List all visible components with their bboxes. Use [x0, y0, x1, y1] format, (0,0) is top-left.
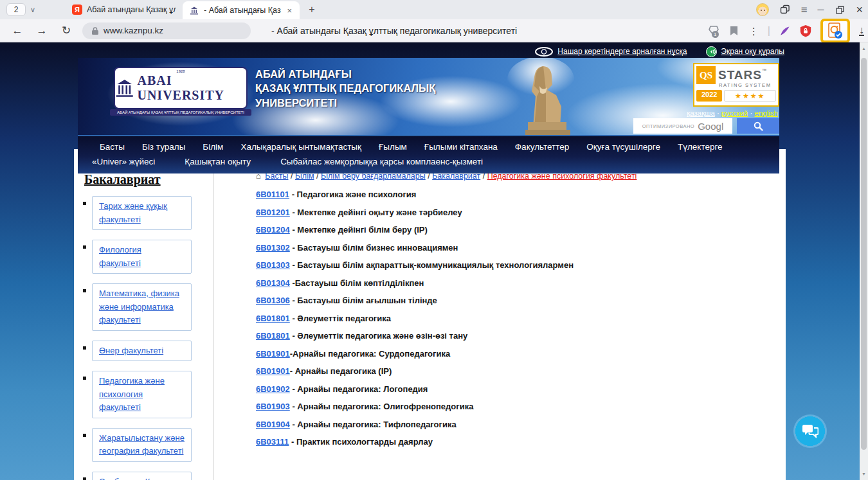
faculty-link[interactable]: Жаратылыстану және география факультеті [99, 433, 185, 456]
faculty-link[interactable]: Филология факультеті [99, 245, 141, 268]
minimize-window-button[interactable]: ─ [818, 5, 824, 14]
content-wrapper: Бакалавриат Тарих және құқық факультеті … [74, 149, 786, 480]
program-code-link[interactable]: 6B01101 [256, 190, 289, 199]
sidebar-faculty-item: Жаратылыстану және география факультеті [83, 428, 213, 462]
faculty-link[interactable]: Тарих және құқық факультеті [99, 201, 167, 224]
nav-link[interactable]: Қашықтан оқыту [185, 157, 251, 166]
logo-banner-text: АБАЙ АТЫНДАҒЫ ҚАЗАҚ ҰЛТТЫҚ ПЕДАГОГИКАЛЫҚ… [110, 109, 251, 116]
bullet-icon [83, 477, 86, 480]
faculty-link[interactable]: Өнер факультеті [99, 346, 163, 355]
program-row: 6B01204 - Мектепке дейінгі білім беру (I… [256, 225, 779, 235]
sidebar-heading: Бакалавриат [84, 172, 213, 187]
nav-link[interactable]: Біз туралы [142, 142, 185, 152]
browser-tab-inactive[interactable]: Я Абай атындағы Қазақ ұлт [66, 0, 183, 19]
nav-link[interactable]: Ғылыми кітапхана [424, 142, 498, 152]
tabs-dropdown-chevron-icon[interactable]: ∨ [26, 6, 40, 14]
university-logo[interactable]: ABAI UNIVERSITY 1928 АБАЙ АТЫНДАҒЫ ҚАЗАҚ… [107, 62, 254, 126]
program-code-link[interactable]: 6B01901 [256, 349, 290, 359]
faculty-link[interactable]: Сорбонна - Қазақстан институты [99, 477, 184, 480]
main-content: ⌂ Басты / Білім / Білім беру бағдарламал… [213, 171, 779, 480]
scroll-down-icon[interactable]: ▼ [860, 472, 868, 476]
temple-icon [115, 77, 134, 99]
nav-link[interactable]: Халықаралық ынтымақтастық [240, 142, 361, 152]
scrollbar-thumb[interactable] [861, 58, 867, 450]
tab-count: 2 [14, 5, 19, 14]
low-vision-version-link[interactable]: Нашар көретіндерге арналған нұсқа [534, 47, 687, 57]
program-row: 6B01801 - Әлеуметтік педагогика [256, 314, 779, 323]
close-window-button[interactable]: × [856, 4, 863, 15]
sidebar-faculty-item: Математика, физика және информатика факу… [83, 283, 213, 331]
sidebar-faculty-item: Педагогика және психология факультеті [83, 371, 213, 418]
program-code-link[interactable]: 6B01902 [256, 384, 290, 394]
forward-button[interactable]: → [30, 24, 54, 37]
reload-button[interactable]: ↻ [54, 24, 78, 37]
screen-reader-link[interactable]: Экран оқу құралы [706, 46, 784, 57]
program-row: 6B03111 - Практик психологтарды даярлау [256, 437, 779, 447]
feather-extension-icon[interactable] [779, 25, 791, 37]
address-bar[interactable]: www.kaznpu.kz [82, 22, 251, 39]
nav-link[interactable]: Ғылым [379, 142, 407, 152]
scrollbar[interactable]: ▲ ▼ [860, 42, 868, 480]
program-row: 6B01903 - Арнайы педагогика: Олигофреноп… [256, 402, 779, 411]
program-code-link[interactable]: 6B01306 [256, 296, 290, 305]
page-title-in-bar: - Абай атындағы Қазақ ұлттық педагогикал… [271, 26, 517, 36]
nav-link[interactable]: «Univer» жүйесі [92, 157, 155, 166]
bullet-icon [83, 346, 86, 350]
qs-stars: ★★★★ [724, 90, 776, 102]
bullet-icon [83, 202, 86, 205]
program-name: - Мектепке дейінгі білім беру (IP) [290, 225, 428, 235]
program-code-link[interactable]: 6B01302 [256, 243, 290, 253]
language-switcher: қазақша · русский · english [687, 109, 778, 117]
chat-widget-button[interactable] [793, 414, 827, 448]
more-options-icon[interactable]: ⋮ [749, 26, 759, 36]
bookmark-icon[interactable] [728, 25, 740, 37]
abai-statue-image [494, 58, 591, 135]
faculty-link[interactable]: Педагогика және психология факультеті [99, 376, 165, 412]
program-row: 6B01101 - Педагогика және психология [256, 190, 779, 199]
program-code-link[interactable]: 6B01801 [256, 331, 290, 341]
program-code-link[interactable]: 6B01303 [256, 260, 290, 270]
nav-link[interactable]: Білім [203, 142, 223, 152]
program-code-link[interactable]: 6B01304 [256, 278, 290, 288]
accessibility-strip: Нашар көретіндерге арналған нұсқа Экран … [74, 44, 786, 58]
adblock-shield-icon[interactable] [800, 25, 811, 37]
program-name: -Бастауыш білім көптілділікпен [290, 278, 424, 288]
program-name: - Практик психологтарды даярлау [289, 437, 433, 447]
collections-icon[interactable]: 1 [708, 25, 719, 37]
side-panels-icon[interactable] [779, 4, 791, 15]
nav-link[interactable]: Оқуға түсушілерге [586, 142, 660, 152]
search-button[interactable] [737, 118, 779, 134]
lang-kazakh-link[interactable]: қазақша [687, 109, 715, 117]
tab-title: - Абай атындағы Қазақ [204, 6, 281, 15]
lang-english-link[interactable]: english [755, 109, 778, 117]
browser-menu-icon[interactable]: ≡ [801, 4, 808, 15]
qs-stars-word: STARS [718, 68, 762, 82]
back-button[interactable]: ← [5, 24, 30, 37]
program-code-link[interactable]: 6B01201 [256, 208, 290, 217]
nav-link[interactable]: Факультеттер [515, 142, 569, 152]
scroll-up-icon[interactable]: ▲ [860, 46, 868, 51]
faculty-link[interactable]: Математика, физика және информатика факу… [99, 289, 179, 324]
new-tab-button[interactable]: + [303, 1, 320, 18]
program-code-link[interactable]: 6B01204 [256, 225, 290, 235]
google-search-input[interactable]: ОПТИМИЗИРОВАНО Googl [633, 118, 732, 134]
downloads-icon[interactable]: ↓ [859, 26, 864, 36]
program-row: 6B01901-Арнайы педагогика: Сурдопедагоги… [256, 349, 779, 359]
profile-avatar[interactable] [756, 3, 769, 16]
sidebar-faculty-item: Тарих және құқық факультеті [83, 196, 213, 230]
restore-window-button[interactable] [834, 4, 845, 15]
program-code-link[interactable]: 6B03111 [256, 437, 289, 447]
tab-count-button[interactable]: 2 [6, 3, 26, 16]
program-code-link[interactable]: 6B01801 [256, 314, 290, 323]
program-code-link[interactable]: 6B01904 [256, 420, 290, 429]
program-code-link[interactable]: 6B01903 [256, 402, 290, 411]
lang-russian-link[interactable]: русский [721, 109, 748, 117]
nav-link[interactable]: Түлектерге [678, 142, 723, 152]
qs-stars-badge[interactable]: QS STARS™ RATING SYSTEM 2022 ★★★★ [693, 63, 779, 107]
nav-link[interactable]: Сыбайлас жемқорлыққа қарсы комплаенс-қыз… [280, 157, 483, 166]
certificate-extension-icon[interactable] [827, 22, 843, 39]
program-code-link[interactable]: 6B01901 [256, 366, 290, 376]
close-tab-icon[interactable]: × [285, 6, 293, 15]
nav-link[interactable]: Басты [100, 142, 125, 152]
browser-tab-active[interactable]: - Абай атындағы Қазақ × [183, 1, 300, 19]
